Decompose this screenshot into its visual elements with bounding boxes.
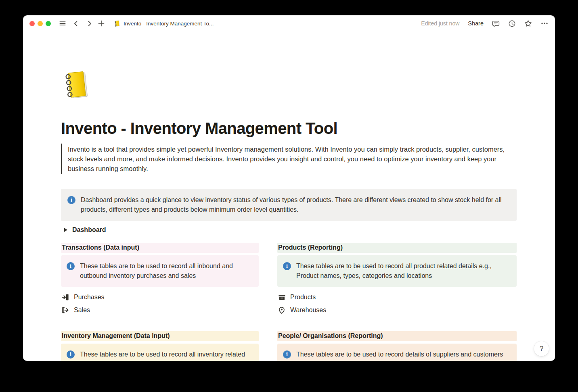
info-icon: i [67, 262, 75, 270]
info-icon: i [67, 196, 75, 204]
dashboard-callout-text: Dashboard provides a quick glance to vie… [81, 195, 510, 215]
page-link-sales[interactable]: Sales [61, 304, 259, 317]
traffic-lights [29, 21, 51, 26]
page-link-warehouses[interactable]: Warehouses [277, 304, 517, 317]
info-icon: i [283, 262, 291, 270]
section-heading-products: Products (Reporting) [277, 243, 517, 253]
inventory-callout: i These tables are to be used to record … [61, 344, 259, 361]
app-window: Invento - Inventory Management To... Edi… [23, 15, 555, 361]
column-right: Products (Reporting) i These tables are … [277, 243, 517, 361]
zoom-window-button[interactable] [46, 21, 51, 26]
updates-clock-icon[interactable] [508, 20, 516, 27]
toggle-triangle-icon[interactable] [61, 227, 71, 232]
new-tab-icon[interactable] [98, 20, 105, 27]
minimize-window-button[interactable] [38, 21, 43, 26]
section-heading-inventory-management: Inventory Management (Data input) [61, 331, 259, 341]
people-callout-text: These tables are to be used to record de… [296, 350, 503, 359]
products-links: Products Warehouses [277, 291, 517, 317]
section-heading-people-organisations: People/ Organisations (Reporting) [277, 331, 517, 341]
link-label[interactable]: Products [290, 294, 316, 301]
titlebar: Invento - Inventory Management To... Edi… [23, 15, 555, 31]
link-label[interactable]: Warehouses [290, 307, 326, 314]
section-heading-transactions: Transactions (Data input) [61, 243, 259, 253]
dashboard-callout: i Dashboard provides a quick glance to v… [61, 189, 517, 221]
share-button[interactable]: Share [468, 20, 484, 27]
help-button[interactable]: ? [534, 341, 549, 356]
people-callout: i These tables are to be used to record … [277, 344, 517, 361]
notebook-emoji-icon [114, 20, 121, 27]
sidebar-menu-icon[interactable] [59, 20, 66, 27]
page-content: Invento - Inventory Management Tool Inve… [23, 69, 555, 361]
transactions-links: Purchases Sales [61, 291, 259, 317]
close-window-button[interactable] [29, 21, 35, 26]
favorite-star-icon[interactable] [524, 20, 532, 27]
two-column-layout: Transactions (Data input) i These tables… [61, 243, 517, 361]
titlebar-actions: Edited just now Share [421, 20, 549, 27]
archive-box-icon [277, 294, 286, 301]
forward-icon[interactable] [86, 20, 93, 27]
info-icon: i [67, 350, 75, 359]
link-label[interactable]: Sales [74, 307, 90, 314]
page-title: Invento - Inventory Management Tool [61, 119, 517, 138]
page-icon-notebook[interactable] [61, 69, 92, 101]
edited-status: Edited just now [421, 20, 459, 27]
more-options-icon[interactable] [540, 20, 549, 27]
transactions-callout-text: These tables are to be used to record al… [80, 261, 253, 281]
link-label[interactable]: Purchases [74, 294, 105, 301]
products-callout: i These tables are to be used to record … [277, 255, 517, 287]
column-left: Transactions (Data input) i These tables… [61, 243, 259, 361]
comments-icon[interactable] [492, 20, 500, 27]
inventory-callout-text: These tables are to be used to record al… [80, 350, 253, 361]
page-link-products[interactable]: Products [277, 291, 517, 304]
info-icon: i [283, 350, 291, 359]
transactions-callout: i These tables are to be used to record … [61, 255, 259, 287]
dashboard-toggle-label[interactable]: Dashboard [72, 226, 106, 234]
enter-door-icon [61, 293, 70, 301]
exit-door-icon [61, 306, 70, 314]
intro-quote: Invento is a tool that provides simple y… [61, 144, 517, 174]
active-tab[interactable]: Invento - Inventory Management To... [114, 20, 214, 27]
page-link-purchases[interactable]: Purchases [61, 291, 259, 304]
back-icon[interactable] [73, 20, 80, 27]
dashboard-toggle[interactable]: Dashboard [61, 225, 517, 235]
location-pin-icon [277, 307, 286, 314]
tab-title: Invento - Inventory Management To... [124, 21, 214, 27]
products-callout-text: These tables are to be used to record al… [296, 261, 511, 281]
